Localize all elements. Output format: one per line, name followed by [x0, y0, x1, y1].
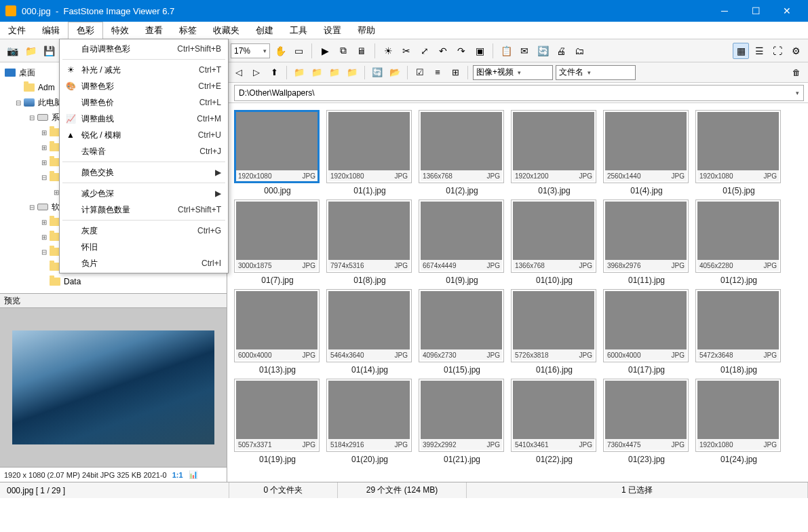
fav1-icon[interactable]: 📁 — [292, 65, 307, 80]
menuitem-颜色交换[interactable]: 颜色交换▶ — [60, 164, 228, 180]
zoom-combo[interactable]: 17%▾ — [231, 43, 270, 58]
sort-combo[interactable]: 文件名▾ — [556, 65, 636, 80]
tree-expand-icon[interactable]: ⊞ — [39, 233, 49, 241]
thumbnail[interactable]: 5726x3818JPG01(16).jpg — [511, 289, 598, 375]
convert-icon[interactable]: 🔄 — [535, 43, 551, 59]
histogram-icon[interactable]: 📊 — [189, 470, 198, 479]
fav3-icon[interactable]: 📁 — [327, 65, 342, 80]
thumbnail[interactable]: 5057x3371JPG01(19).jpg — [234, 379, 321, 464]
thumbnail[interactable]: 5472x3648JPG01(18).jpg — [695, 289, 782, 375]
thumbnail[interactable]: 1920x1080JPG000.jpg — [234, 110, 321, 195]
tree-expand-icon[interactable]: ⊟ — [39, 248, 49, 256]
menu-收藏夹[interactable]: 收藏夹 — [205, 22, 248, 39]
resize-icon[interactable]: ⤢ — [417, 43, 433, 59]
tree-expand-icon[interactable]: ⊞ — [39, 159, 49, 166]
wallpaper-icon[interactable]: 🖥 — [353, 43, 370, 59]
select-tool-icon[interactable]: ▭ — [290, 43, 307, 59]
thumb-size-icon[interactable]: ⊞ — [448, 65, 463, 80]
email-icon[interactable]: ✉ — [516, 43, 533, 59]
menu-工具[interactable]: 工具 — [282, 22, 315, 39]
thumbnail[interactable]: 4056x2280JPG01(12).jpg — [695, 200, 782, 285]
thumbnail[interactable]: 6000x4000JPG01(13).jpg — [234, 289, 321, 375]
menu-编辑[interactable]: 编辑 — [34, 22, 68, 39]
adjust-color-icon[interactable]: ☀ — [380, 43, 396, 59]
thumbnail[interactable]: 6674x4449JPG01(9).jpg — [419, 200, 505, 285]
thumbnail[interactable]: 5464x3640JPG01(14).jpg — [326, 289, 413, 375]
preview-panel[interactable] — [0, 308, 227, 467]
thumbnail[interactable]: 1920x1080JPG01(1).jpg — [326, 110, 413, 195]
hand-tool-icon[interactable]: ✋ — [272, 43, 288, 59]
thumbnail[interactable]: 3000x1875JPG01(7).jpg — [234, 200, 321, 285]
menu-帮助[interactable]: 帮助 — [349, 22, 383, 39]
menu-文件[interactable]: 文件 — [0, 22, 34, 39]
nav-forward-icon[interactable]: ▷ — [249, 65, 264, 80]
thumbnail[interactable]: 5410x3461JPG01(22).jpg — [511, 379, 598, 464]
menu-设置[interactable]: 设置 — [315, 22, 349, 39]
rotate-left-icon[interactable]: ↶ — [435, 43, 451, 59]
tree-expand-icon[interactable]: ⊞ — [39, 144, 49, 151]
fav2-icon[interactable]: 📁 — [309, 65, 324, 80]
slideshow-icon[interactable]: ▶ — [317, 43, 333, 59]
thumbnail[interactable]: 7360x4475JPG01(23).jpg — [603, 379, 690, 464]
thumbnail[interactable]: 3968x2976JPG01(11).jpg — [603, 200, 690, 285]
thumbnail[interactable]: 3992x2992JPG01(21).jpg — [419, 379, 505, 464]
menu-特效[interactable]: 特效 — [103, 22, 137, 39]
fav4-icon[interactable]: 📁 — [345, 65, 360, 80]
thumbnail[interactable]: 2560x1440JPG01(4).jpg — [603, 110, 690, 195]
menu-创建[interactable]: 创建 — [248, 22, 282, 39]
trash-icon[interactable]: 🗑 — [789, 65, 804, 80]
thumbnail[interactable]: 1920x1080JPG01(24).jpg — [695, 379, 782, 464]
menuitem-怀旧[interactable]: 怀旧 — [60, 239, 228, 255]
thumbnail-grid[interactable]: 1920x1080JPG000.jpg1920x1080JPG01(1).jpg… — [227, 103, 808, 482]
menuitem-补光 / 减光[interactable]: ☀补光 / 减光Ctrl+T — [60, 62, 228, 78]
menuitem-锐化 / 模糊[interactable]: ▲锐化 / 模糊Ctrl+U — [60, 127, 228, 143]
compare-icon[interactable]: ⧉ — [335, 43, 351, 59]
view-details-icon[interactable]: ☰ — [751, 43, 767, 59]
thumbnail[interactable]: 1366x768JPG01(2).jpg — [419, 110, 505, 195]
tree-expand-icon[interactable]: ⊞ — [39, 218, 49, 226]
filter-combo[interactable]: 图像+视频▾ — [473, 65, 553, 80]
menu-标签[interactable]: 标签 — [171, 22, 205, 39]
menu-色彩[interactable]: 色彩 — [68, 22, 103, 39]
tree-expand-icon[interactable]: ⊟ — [27, 204, 37, 211]
menuitem-减少色深[interactable]: 减少色深▶ — [60, 185, 228, 202]
path-input[interactable]: D:\Other\Wallpapers\▾ — [234, 85, 804, 101]
menuitem-去噪音[interactable]: 去噪音Ctrl+J — [60, 143, 228, 159]
maximize-button[interactable]: ☐ — [740, 0, 771, 22]
copy-icon[interactable]: 📋 — [498, 43, 514, 59]
menuitem-计算颜色数量[interactable]: 计算颜色数量Ctrl+Shift+T — [60, 202, 228, 218]
acquire-icon[interactable]: 📷 — [4, 43, 20, 59]
thumbnail[interactable]: 1366x768JPG01(10).jpg — [511, 200, 598, 285]
rotate-right-icon[interactable]: ↷ — [453, 43, 469, 59]
close-button[interactable]: ✕ — [771, 0, 803, 22]
contact-sheet-icon[interactable]: 🗂 — [571, 43, 588, 59]
menuitem-调整曲线[interactable]: 📈调整曲线Ctrl+M — [60, 111, 228, 127]
menu-查看[interactable]: 查看 — [137, 22, 171, 39]
refresh-icon[interactable]: 🔄 — [370, 65, 385, 80]
menuitem-调整色彩[interactable]: 🎨调整色彩Ctrl+E — [60, 78, 228, 94]
thumbnail[interactable]: 1920x1200JPG01(3).jpg — [511, 110, 598, 195]
menuitem-负片[interactable]: 负片Ctrl+I — [60, 255, 228, 271]
view-thumbnails-icon[interactable]: ▦ — [733, 43, 749, 59]
canvas-icon[interactable]: ▣ — [472, 43, 488, 59]
select-all-icon[interactable]: ☑ — [412, 65, 427, 80]
tree-expand-icon[interactable]: ⊟ — [39, 174, 49, 181]
thumbnail[interactable]: 1920x1080JPG01(5).jpg — [695, 110, 782, 195]
save-icon[interactable]: 💾 — [41, 43, 57, 59]
minimize-button[interactable]: ─ — [709, 0, 740, 22]
view-fullscreen-icon[interactable]: ⛶ — [769, 43, 786, 59]
tree-expand-icon[interactable]: ⊞ — [39, 129, 49, 136]
nav-up-icon[interactable]: ⬆ — [267, 65, 282, 80]
crop-icon[interactable]: ✂ — [398, 43, 415, 59]
tree-node[interactable]: Data — [0, 274, 227, 289]
menuitem-自动调整色彩[interactable]: 自动调整色彩Ctrl+Shift+B — [60, 41, 228, 57]
thumbnail[interactable]: 4096x2730JPG01(15).jpg — [419, 289, 505, 375]
new-folder-icon[interactable]: 📂 — [387, 65, 402, 80]
thumbnail[interactable]: 6000x4000JPG01(17).jpg — [603, 289, 690, 375]
thumbnail[interactable]: 5184x2916JPG01(20).jpg — [326, 379, 413, 464]
menuitem-调整色价[interactable]: 调整色价Ctrl+L — [60, 94, 228, 111]
nav-back-icon[interactable]: ◁ — [231, 65, 246, 80]
menuitem-灰度[interactable]: 灰度Ctrl+G — [60, 223, 228, 239]
print-icon[interactable]: 🖨 — [553, 43, 569, 59]
zoom-ratio[interactable]: 1:1 — [172, 471, 183, 479]
